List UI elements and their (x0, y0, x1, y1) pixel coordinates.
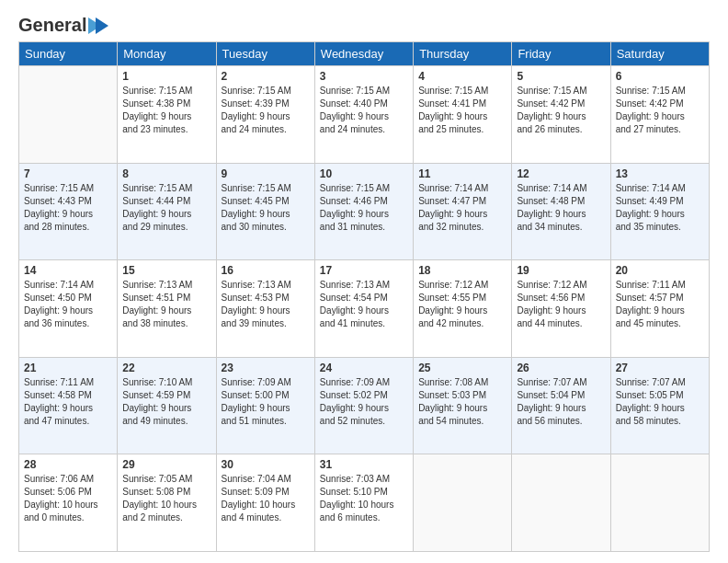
calendar-week-row: 28Sunrise: 7:06 AM Sunset: 5:06 PM Dayli… (19, 454, 710, 552)
cell-content: Sunrise: 7:13 AM Sunset: 4:54 PM Dayligh… (320, 279, 408, 330)
cell-content: Sunrise: 7:12 AM Sunset: 4:56 PM Dayligh… (517, 279, 605, 330)
cell-content: Sunrise: 7:14 AM Sunset: 4:47 PM Dayligh… (418, 182, 506, 234)
cell-content: Sunrise: 7:12 AM Sunset: 4:55 PM Dayligh… (418, 279, 506, 330)
calendar-cell: 3Sunrise: 7:15 AM Sunset: 4:40 PM Daylig… (314, 66, 413, 164)
day-number: 21 (24, 362, 112, 374)
calendar-cell: 23Sunrise: 7:09 AM Sunset: 5:00 PM Dayli… (216, 357, 314, 454)
cell-content: Sunrise: 7:15 AM Sunset: 4:38 PM Dayligh… (122, 85, 210, 136)
day-of-week-header: Saturday (610, 42, 709, 66)
calendar-cell: 22Sunrise: 7:10 AM Sunset: 4:59 PM Dayli… (118, 357, 216, 454)
day-number: 30 (222, 458, 310, 471)
day-number: 31 (320, 458, 408, 471)
cell-content: Sunrise: 7:14 AM Sunset: 4:49 PM Dayligh… (616, 182, 704, 234)
calendar-cell: 8Sunrise: 7:15 AM Sunset: 4:44 PM Daylig… (118, 163, 216, 260)
calendar-cell: 1Sunrise: 7:15 AM Sunset: 4:38 PM Daylig… (118, 66, 216, 164)
calendar-week-row: 1Sunrise: 7:15 AM Sunset: 4:38 PM Daylig… (19, 66, 710, 164)
cell-content: Sunrise: 7:11 AM Sunset: 4:57 PM Dayligh… (616, 279, 704, 330)
cell-content: Sunrise: 7:08 AM Sunset: 5:03 PM Dayligh… (418, 376, 506, 428)
day-number: 4 (418, 70, 506, 83)
calendar-cell: 2Sunrise: 7:15 AM Sunset: 4:39 PM Daylig… (216, 66, 314, 164)
cell-content: Sunrise: 7:07 AM Sunset: 5:05 PM Dayligh… (616, 376, 704, 428)
cell-content: Sunrise: 7:13 AM Sunset: 4:53 PM Dayligh… (222, 279, 310, 330)
svg-marker-1 (96, 17, 108, 34)
day-number: 3 (320, 70, 408, 83)
calendar-cell: 30Sunrise: 7:04 AM Sunset: 5:09 PM Dayli… (216, 454, 314, 552)
calendar-cell: 12Sunrise: 7:14 AM Sunset: 4:48 PM Dayli… (512, 163, 610, 260)
cell-content: Sunrise: 7:13 AM Sunset: 4:51 PM Dayligh… (122, 279, 210, 330)
day-of-week-header: Tuesday (216, 42, 314, 66)
cell-content: Sunrise: 7:14 AM Sunset: 4:48 PM Dayligh… (517, 182, 605, 234)
day-number: 2 (222, 70, 310, 83)
day-number: 26 (517, 362, 605, 374)
calendar-cell: 4Sunrise: 7:15 AM Sunset: 4:41 PM Daylig… (414, 66, 512, 164)
calendar-cell: 27Sunrise: 7:07 AM Sunset: 5:05 PM Dayli… (610, 357, 709, 454)
day-of-week-header: Sunday (19, 42, 118, 66)
logo-arrow-icon (88, 17, 108, 34)
day-number: 7 (24, 167, 112, 180)
day-number: 15 (122, 264, 210, 277)
cell-content: Sunrise: 7:05 AM Sunset: 5:08 PM Dayligh… (122, 473, 210, 524)
calendar-cell: 15Sunrise: 7:13 AM Sunset: 4:51 PM Dayli… (118, 260, 216, 358)
cell-content: Sunrise: 7:09 AM Sunset: 5:00 PM Dayligh… (222, 376, 310, 428)
calendar: SundayMondayTuesdayWednesdayThursdayFrid… (18, 41, 710, 552)
calendar-cell: 21Sunrise: 7:11 AM Sunset: 4:58 PM Dayli… (19, 357, 118, 454)
cell-content: Sunrise: 7:15 AM Sunset: 4:41 PM Dayligh… (418, 85, 506, 136)
day-number: 10 (320, 167, 408, 180)
cell-content: Sunrise: 7:06 AM Sunset: 5:06 PM Dayligh… (24, 473, 112, 524)
calendar-cell: 5Sunrise: 7:15 AM Sunset: 4:42 PM Daylig… (512, 66, 610, 164)
day-number: 11 (418, 167, 506, 180)
logo-general: General (18, 15, 86, 36)
day-number: 12 (517, 167, 605, 180)
calendar-cell: 9Sunrise: 7:15 AM Sunset: 4:45 PM Daylig… (216, 163, 314, 260)
calendar-cell: 26Sunrise: 7:07 AM Sunset: 5:04 PM Dayli… (512, 357, 610, 454)
day-number: 18 (418, 264, 506, 277)
cell-content: Sunrise: 7:15 AM Sunset: 4:44 PM Dayligh… (122, 182, 210, 234)
page: General SundayMondayTuesdayWednesdayThur… (0, 0, 728, 563)
calendar-cell (414, 454, 512, 552)
calendar-cell (19, 66, 118, 164)
day-number: 22 (122, 362, 210, 374)
cell-content: Sunrise: 7:03 AM Sunset: 5:10 PM Dayligh… (320, 473, 408, 524)
day-number: 28 (24, 458, 112, 471)
calendar-cell: 7Sunrise: 7:15 AM Sunset: 4:43 PM Daylig… (19, 163, 118, 260)
day-number: 9 (222, 167, 310, 180)
calendar-week-row: 21Sunrise: 7:11 AM Sunset: 4:58 PM Dayli… (19, 357, 710, 454)
cell-content: Sunrise: 7:15 AM Sunset: 4:43 PM Dayligh… (24, 182, 112, 234)
day-number: 24 (320, 362, 408, 374)
cell-content: Sunrise: 7:15 AM Sunset: 4:42 PM Dayligh… (517, 85, 605, 136)
day-number: 23 (222, 362, 310, 374)
day-of-week-header: Thursday (414, 42, 512, 66)
day-number: 8 (122, 167, 210, 180)
cell-content: Sunrise: 7:15 AM Sunset: 4:46 PM Dayligh… (320, 182, 408, 234)
day-number: 14 (24, 264, 112, 277)
cell-content: Sunrise: 7:15 AM Sunset: 4:39 PM Dayligh… (222, 85, 310, 136)
day-of-week-header: Wednesday (314, 42, 413, 66)
calendar-cell: 18Sunrise: 7:12 AM Sunset: 4:55 PM Dayli… (414, 260, 512, 358)
calendar-cell: 28Sunrise: 7:06 AM Sunset: 5:06 PM Dayli… (19, 454, 118, 552)
cell-content: Sunrise: 7:14 AM Sunset: 4:50 PM Dayligh… (24, 279, 112, 330)
day-number: 6 (616, 70, 704, 83)
day-number: 1 (122, 70, 210, 83)
cell-content: Sunrise: 7:10 AM Sunset: 4:59 PM Dayligh… (122, 376, 210, 428)
logo: General (18, 15, 108, 32)
day-number: 29 (122, 458, 210, 471)
cell-content: Sunrise: 7:07 AM Sunset: 5:04 PM Dayligh… (517, 376, 605, 428)
day-number: 16 (222, 264, 310, 277)
day-of-week-header: Friday (512, 42, 610, 66)
calendar-cell: 13Sunrise: 7:14 AM Sunset: 4:49 PM Dayli… (610, 163, 709, 260)
calendar-cell (512, 454, 610, 552)
calendar-week-row: 14Sunrise: 7:14 AM Sunset: 4:50 PM Dayli… (19, 260, 710, 358)
day-number: 27 (616, 362, 704, 374)
day-number: 25 (418, 362, 506, 374)
calendar-cell: 6Sunrise: 7:15 AM Sunset: 4:42 PM Daylig… (610, 66, 709, 164)
calendar-cell (610, 454, 709, 552)
day-number: 20 (616, 264, 704, 277)
calendar-cell: 31Sunrise: 7:03 AM Sunset: 5:10 PM Dayli… (314, 454, 413, 552)
cell-content: Sunrise: 7:11 AM Sunset: 4:58 PM Dayligh… (24, 376, 112, 428)
cell-content: Sunrise: 7:04 AM Sunset: 5:09 PM Dayligh… (222, 473, 310, 524)
calendar-cell: 19Sunrise: 7:12 AM Sunset: 4:56 PM Dayli… (512, 260, 610, 358)
day-number: 5 (517, 70, 605, 83)
calendar-cell: 25Sunrise: 7:08 AM Sunset: 5:03 PM Dayli… (414, 357, 512, 454)
cell-content: Sunrise: 7:15 AM Sunset: 4:40 PM Dayligh… (320, 85, 408, 136)
calendar-header-row: SundayMondayTuesdayWednesdayThursdayFrid… (19, 42, 710, 66)
